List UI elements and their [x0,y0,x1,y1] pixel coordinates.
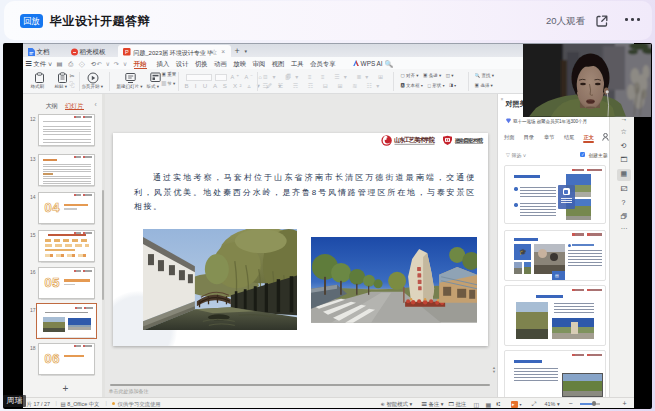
svg-text:山东工艺美术学院: 山东工艺美术学院 [394,136,436,144]
svg-text:P: P [125,49,129,55]
svg-text:建筑与景观艺术学院: 建筑与景观艺术学院 [454,136,483,143]
